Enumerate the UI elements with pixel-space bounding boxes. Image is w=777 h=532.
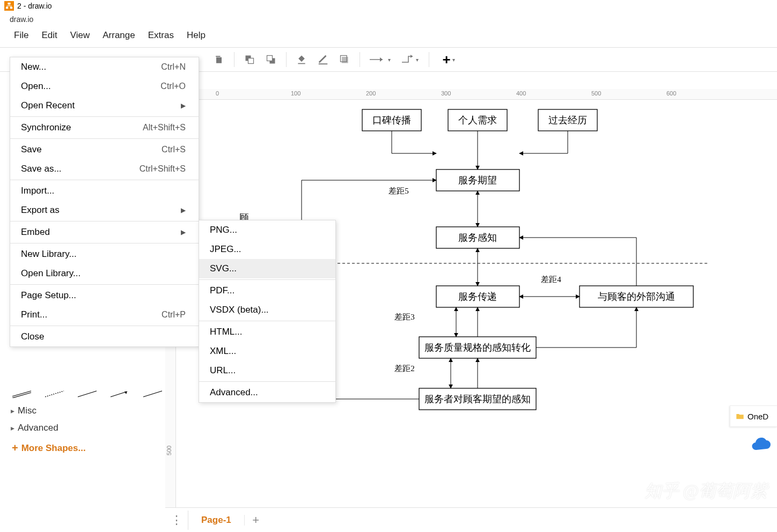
menu-edit[interactable]: Edit (37, 28, 61, 43)
menu-view[interactable]: View (66, 28, 94, 43)
menu-extras[interactable]: Extras (144, 28, 178, 43)
menu-sync[interactable]: SynchronizeAlt+Shift+S (10, 118, 199, 137)
onedrive-folder-icon (736, 412, 744, 420)
shadow-icon[interactable] (336, 51, 353, 68)
menubar: File Edit View Arrange Extras Help (0, 26, 777, 47)
export-svg[interactable]: SVG... (199, 259, 335, 278)
page-tab-1[interactable]: Page-1 (188, 515, 245, 526)
arrow-line-icon[interactable] (108, 388, 131, 399)
add-page-icon[interactable]: + (245, 509, 267, 531)
menu-open-library[interactable]: Open Library... (10, 264, 199, 283)
export-advanced[interactable]: Advanced... (199, 383, 335, 402)
to-back-icon[interactable] (262, 51, 280, 68)
drawio-logo-icon (4, 1, 14, 11)
svg-text:与顾客的外部沟通: 与顾客的外部沟通 (598, 291, 675, 302)
svg-text:过去经历: 过去经历 (548, 115, 587, 125)
svg-text:口碑传播: 口碑传播 (372, 115, 411, 125)
file-menu-dropdown: New...Ctrl+N Open...Ctrl+O Open Recent▶ … (10, 57, 199, 347)
svg-rect-0 (8, 3, 10, 5)
menu-open-recent[interactable]: Open Recent▶ (10, 96, 199, 115)
svg-text:服务者对顾客期望的感知: 服务者对顾客期望的感知 (424, 394, 531, 404)
window-titlebar: 2 - draw.io (0, 0, 777, 12)
svg-text:差距5: 差距5 (388, 187, 409, 195)
app-subtitle: draw.io (0, 12, 777, 26)
sidebar-cat-misc[interactable]: Misc (10, 402, 165, 419)
svg-text:个人需求: 个人需求 (458, 115, 497, 125)
to-front-icon[interactable] (241, 51, 258, 68)
more-shapes-link[interactable]: +More Shapes... (10, 437, 165, 460)
menu-save[interactable]: SaveCtrl+S (10, 140, 199, 159)
delete-icon[interactable] (210, 51, 228, 68)
menu-embed[interactable]: Embed▶ (10, 223, 199, 242)
svg-text:服务期望: 服务期望 (458, 175, 497, 186)
horizontal-ruler: 0 100 200 300 400 500 600 (192, 89, 777, 100)
onedrive-overlay[interactable]: OneD (730, 405, 777, 427)
svg-text:服务感知: 服务感知 (458, 232, 497, 243)
export-html[interactable]: HTML... (199, 322, 335, 342)
svg-rect-2 (10, 7, 12, 9)
insert-icon[interactable]: +▾ (436, 51, 461, 68)
menu-open[interactable]: Open...Ctrl+O (10, 77, 199, 96)
dotted-line-icon[interactable] (43, 388, 67, 399)
svg-rect-7 (298, 63, 305, 64)
svg-rect-1 (6, 7, 8, 9)
menu-page-setup[interactable]: Page Setup... (10, 286, 199, 305)
window-title: 2 - draw.io (17, 2, 52, 10)
menu-import[interactable]: Import... (10, 181, 199, 201)
menu-file[interactable]: File (10, 28, 33, 43)
menu-close[interactable]: Close (10, 327, 199, 346)
menu-save-as[interactable]: Save as...Ctrl+Shift+S (10, 159, 199, 179)
svg-text:差距2: 差距2 (394, 364, 415, 373)
line-color-icon[interactable] (314, 51, 332, 68)
cloud-sync-icon[interactable] (748, 432, 773, 457)
menu-new[interactable]: New...Ctrl+N (10, 57, 199, 77)
svg-text:差距4: 差距4 (541, 275, 561, 284)
svg-rect-6 (267, 56, 273, 61)
svg-rect-9 (342, 57, 348, 63)
double-line-icon[interactable] (11, 388, 34, 399)
export-pdf[interactable]: PDF... (199, 281, 335, 300)
waypoint-icon[interactable]: ▾ (397, 51, 422, 68)
menu-arrange[interactable]: Arrange (98, 28, 139, 43)
export-url[interactable]: URL... (199, 361, 335, 380)
watermark-text: 知乎 @葡萄阿紫 (644, 479, 767, 503)
svg-rect-8 (319, 63, 328, 64)
page-tabs: ⋮ Page-1 + (165, 507, 777, 532)
sidebar-cat-advanced[interactable]: Advanced (10, 419, 165, 437)
menu-print[interactable]: Print...Ctrl+P (10, 305, 199, 324)
onedrive-label: OneD (747, 412, 768, 421)
connection-icon[interactable]: ▾ (366, 51, 392, 68)
export-jpeg[interactable]: JPEG... (199, 240, 335, 259)
shape-palette-row (10, 385, 165, 402)
svg-text:服务传递: 服务传递 (458, 291, 497, 302)
line-icon[interactable] (76, 388, 99, 399)
page-menu-icon[interactable]: ⋮ (165, 509, 188, 531)
menu-new-library[interactable]: New Library... (10, 245, 199, 264)
export-xml[interactable]: XML... (199, 342, 335, 361)
svg-rect-4 (248, 58, 254, 64)
svg-text:差距3: 差距3 (394, 313, 415, 321)
export-png[interactable]: PNG... (199, 220, 335, 240)
export-submenu: PNG... JPEG... SVG... PDF... VSDX (beta)… (199, 220, 336, 403)
fill-color-icon[interactable] (293, 51, 310, 68)
menu-export-as[interactable]: Export as▶ (10, 201, 199, 220)
menu-help[interactable]: Help (182, 28, 210, 43)
line-icon-2[interactable] (141, 388, 164, 399)
svg-text:服务质量规格的感知转化: 服务质量规格的感知转化 (424, 342, 531, 353)
export-vsdx[interactable]: VSDX (beta)... (199, 300, 335, 320)
